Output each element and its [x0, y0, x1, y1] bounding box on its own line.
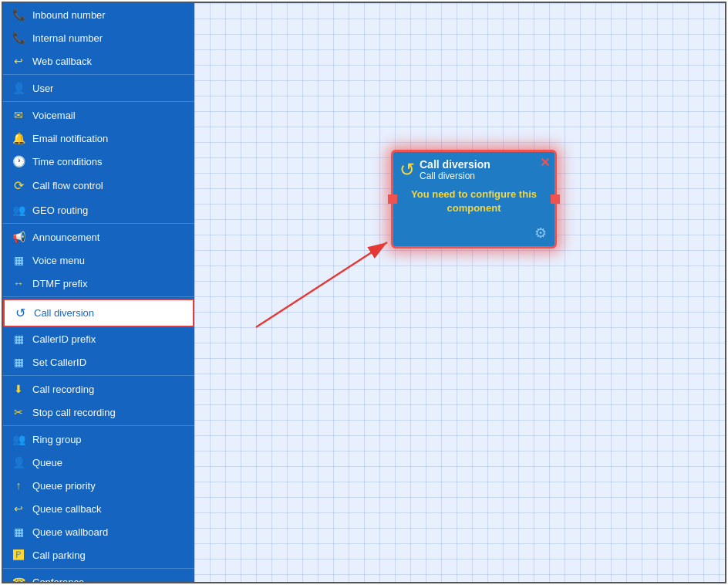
queue-callback-icon: ↩ [11, 502, 26, 515]
sidebar-item-call-parking[interactable]: 🅿 Call parking [3, 543, 194, 566]
set-callerid-icon: ▦ [11, 356, 26, 368]
sidebar-label-announcement: Announcement [32, 232, 99, 243]
sidebar-label-queue-priority: Queue priority [32, 480, 96, 492]
call-diversion-sidebar-icon: ↺ [12, 306, 28, 320]
sidebar-label-call-flow-control: Call flow control [32, 180, 103, 191]
sidebar-item-queue-callback[interactable]: ↩ Queue callback [3, 497, 194, 520]
sidebar-item-user[interactable]: 👤 User [3, 76, 194, 100]
card-warning-text: You need to configure this component [411, 188, 537, 214]
divider-2 [3, 101, 194, 102]
sidebar: 📞 Inbound number 📞 Internal number ↩ Web… [3, 3, 194, 582]
sidebar-label-ring-group: Ring group [32, 434, 82, 445]
sidebar-item-time-conditions[interactable]: 🕐 Time conditions [3, 150, 194, 173]
divider-5 [3, 375, 194, 376]
svg-line-1 [256, 242, 387, 327]
sidebar-label-queue-callback: Queue callback [32, 503, 102, 515]
sidebar-item-call-flow-control[interactable]: ⟳ Call flow control [3, 173, 194, 198]
call-parking-icon: 🅿 [11, 549, 26, 561]
sidebar-label-conference: Conference [32, 577, 84, 583]
ring-group-icon: 👥 [11, 433, 26, 445]
card-gear-area[interactable]: ⚙ [393, 225, 554, 246]
sidebar-item-web-callback[interactable]: ↩ Web callback [3, 49, 194, 73]
divider-1 [3, 74, 194, 75]
divider-6 [3, 425, 194, 426]
card-header: ↺ Call diversion Call diversion [393, 152, 554, 184]
sidebar-item-queue[interactable]: 👤 Queue [3, 451, 194, 474]
card-titles: Call diversion Call diversion [420, 158, 547, 181]
sidebar-item-geo-routing[interactable]: 👥 GEO routing [3, 198, 194, 221]
arrow-diagram [194, 3, 725, 582]
sidebar-item-email-notification[interactable]: 🔔 Email notification [3, 127, 194, 150]
web-callback-icon: ↩ [11, 55, 26, 67]
stop-call-recording-icon: ✂ [11, 406, 26, 418]
email-notification-icon: 🔔 [11, 132, 26, 144]
sidebar-label-time-conditions: Time conditions [32, 156, 103, 167]
sidebar-item-inbound-number[interactable]: 📞 Inbound number [3, 3, 194, 26]
sidebar-label-queue: Queue [32, 457, 62, 468]
sidebar-label-geo-routing: GEO routing [32, 205, 88, 216]
sidebar-label-email-notification: Email notification [32, 133, 108, 144]
sidebar-label-stop-call-recording: Stop call recording [32, 407, 116, 418]
call-flow-control-icon: ⟳ [11, 178, 26, 193]
divider-3 [3, 223, 194, 224]
user-icon: 👤 [11, 82, 26, 94]
sidebar-label-web-callback: Web callback [32, 56, 92, 67]
sidebar-item-queue-priority[interactable]: ↑ Queue priority [3, 474, 194, 497]
sidebar-item-call-recording[interactable]: ⬇ Call recording [3, 377, 194, 401]
queue-wallboard-icon: ▦ [11, 526, 26, 538]
sidebar-item-voicemail[interactable]: ✉ Voicemail [3, 103, 194, 127]
conference-icon: ☎ [11, 576, 26, 582]
sidebar-label-set-callerid: Set CallerID [32, 357, 86, 368]
sidebar-item-call-diversion[interactable]: ↺ Call diversion [3, 299, 194, 327]
queue-icon: 👤 [11, 456, 26, 468]
sidebar-item-callerid-prefix[interactable]: ▦ CallerID prefix [3, 327, 194, 350]
card-connector-right [551, 194, 560, 204]
card-diversion-icon: ↺ [399, 161, 415, 179]
sidebar-label-inbound-number: Inbound number [32, 9, 106, 21]
queue-priority-icon: ↑ [11, 479, 26, 492]
card-title-main: Call diversion [420, 158, 547, 171]
card-close-button[interactable]: ✕ [540, 155, 550, 170]
card-body: You need to configure this component [393, 184, 554, 225]
sidebar-label-user: User [32, 83, 53, 94]
call-recording-icon: ⬇ [11, 383, 26, 395]
sidebar-item-stop-call-recording[interactable]: ✂ Stop call recording [3, 401, 194, 424]
card-connector-left [388, 194, 397, 204]
sidebar-item-queue-wallboard[interactable]: ▦ Queue wallboard [3, 520, 194, 543]
voicemail-icon: ✉ [11, 109, 26, 121]
sidebar-item-internal-number[interactable]: 📞 Internal number [3, 26, 194, 49]
sidebar-label-call-parking: Call parking [32, 549, 86, 561]
gear-icon[interactable]: ⚙ [534, 225, 547, 241]
callerid-prefix-icon: ▦ [11, 333, 26, 345]
sidebar-item-ring-group[interactable]: 👥 Ring group [3, 428, 194, 451]
sidebar-label-queue-wallboard: Queue wallboard [32, 526, 108, 538]
card-title-sub: Call diversion [420, 171, 547, 181]
sidebar-label-voicemail: Voicemail [32, 110, 76, 121]
call-diversion-card[interactable]: ✕ ↺ Call diversion Call diversion You ne… [391, 150, 557, 249]
time-conditions-icon: 🕐 [11, 155, 26, 167]
announcement-icon: 📢 [11, 231, 26, 243]
sidebar-label-call-diversion: Call diversion [34, 307, 94, 319]
sidebar-label-callerid-prefix: CallerID prefix [32, 333, 96, 345]
divider-4 [3, 296, 194, 297]
inbound-number-icon: 📞 [11, 8, 26, 21]
sidebar-label-dtmf-prefix: DTMF prefix [32, 278, 88, 289]
sidebar-label-internal-number: Internal number [32, 32, 103, 44]
main-canvas: ✕ ↺ Call diversion Call diversion You ne… [194, 3, 725, 582]
dtmf-prefix-icon: ↔ [11, 277, 26, 289]
sidebar-item-set-callerid[interactable]: ▦ Set CallerID [3, 350, 194, 374]
sidebar-item-dtmf-prefix[interactable]: ↔ DTMF prefix [3, 272, 194, 295]
sidebar-item-conference[interactable]: ☎ Conference [3, 570, 194, 582]
divider-7 [3, 568, 194, 569]
sidebar-item-voice-menu[interactable]: ▦ Voice menu [3, 249, 194, 272]
sidebar-item-announcement[interactable]: 📢 Announcement [3, 225, 194, 249]
internal-number-icon: 📞 [11, 32, 26, 44]
sidebar-label-voice-menu: Voice menu [32, 255, 85, 266]
voice-menu-icon: ▦ [11, 254, 26, 266]
geo-routing-icon: 👥 [11, 204, 26, 216]
sidebar-label-call-recording: Call recording [32, 384, 94, 395]
